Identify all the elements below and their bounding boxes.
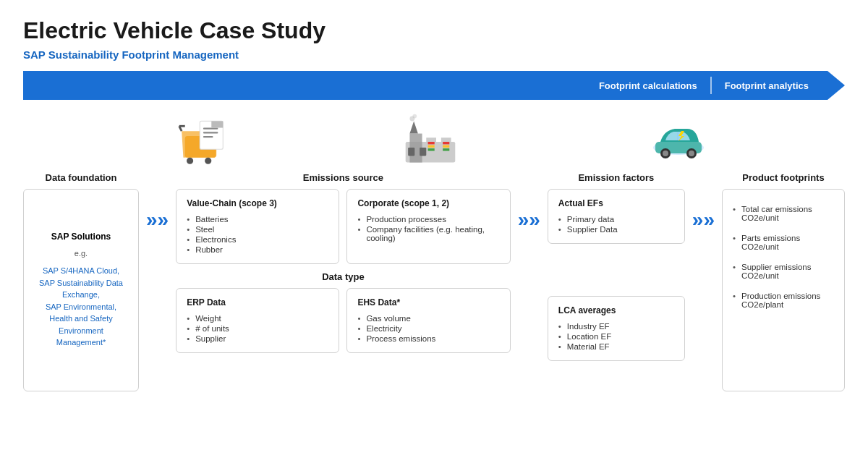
ehs-card: EHS Data* Gas volume Electricity Process… bbox=[346, 288, 510, 353]
list-item: Steel bbox=[187, 224, 328, 234]
list-item: Location EF bbox=[558, 331, 674, 342]
svg-rect-22 bbox=[443, 145, 449, 147]
svg-rect-17 bbox=[420, 148, 426, 156]
banner-label-2: Footprint analytics bbox=[725, 80, 809, 91]
list-item: # of units bbox=[187, 323, 328, 334]
banner-label-1: Footprint calculations bbox=[599, 80, 697, 91]
corporate-title: Corporate (scope 1, 2) bbox=[357, 198, 499, 208]
list-item: Supplier bbox=[187, 334, 328, 344]
section-emissions-source: Emissions source Value-Chain (scope 3) B… bbox=[176, 172, 511, 353]
svg-rect-20 bbox=[428, 148, 435, 150]
svg-rect-19 bbox=[428, 145, 435, 147]
main-content: Data foundation SAP Solutions e.g. SAP S… bbox=[23, 172, 845, 391]
chevron-double-icon-3: »» bbox=[692, 208, 715, 232]
data-foundation-header: Data foundation bbox=[23, 172, 139, 183]
value-chain-list: Batteries Steel Electronics Rubber bbox=[187, 214, 328, 255]
svg-rect-8 bbox=[203, 132, 218, 133]
svg-point-25 bbox=[412, 114, 417, 119]
list-item: Primary data bbox=[558, 214, 674, 224]
banner: Footprint calculations Footprint analyti… bbox=[23, 71, 845, 100]
svg-point-30 bbox=[663, 150, 668, 156]
svg-point-2 bbox=[187, 158, 193, 164]
svg-point-3 bbox=[205, 158, 211, 164]
product-footprints-list: Total car emissions CO2e/unit Parts emis… bbox=[733, 198, 834, 310]
svg-rect-21 bbox=[443, 142, 449, 144]
icons-row bbox=[23, 114, 845, 165]
product-footprints-card: Total car emissions CO2e/unit Parts emis… bbox=[722, 189, 845, 391]
svg-rect-18 bbox=[428, 142, 435, 144]
svg-rect-16 bbox=[408, 148, 414, 156]
svg-rect-7 bbox=[203, 127, 218, 129]
svg-marker-10 bbox=[211, 121, 223, 127]
page-title: Electric Vehicle Case Study bbox=[23, 17, 845, 44]
corporate-list: Production processes Company facilities … bbox=[357, 214, 499, 243]
svg-point-32 bbox=[689, 150, 694, 156]
data-type-header: Data type bbox=[176, 271, 511, 282]
corporate-card: Corporate (scope 1, 2) Production proces… bbox=[346, 189, 510, 264]
chevron-double-icon-2: »» bbox=[518, 208, 540, 232]
erp-title: ERP Data bbox=[187, 297, 328, 308]
section-emission-factors: Emission factors Actual EFs Primary data… bbox=[548, 172, 685, 368]
emission-factors-header: Emission factors bbox=[548, 172, 685, 183]
emissions-source-header: Emissions source bbox=[176, 172, 511, 183]
banner-separator bbox=[710, 77, 712, 94]
sap-links: SAP S/4HANA Cloud, SAP Sustainability Da… bbox=[34, 265, 128, 349]
value-chain-card: Value-Chain (scope 3) Batteries Steel El… bbox=[176, 189, 339, 264]
lca-list: Industry EF Location EF Material EF bbox=[558, 321, 674, 352]
arrow-3: »» bbox=[692, 172, 715, 232]
svg-rect-9 bbox=[203, 136, 213, 137]
arrow-1: »» bbox=[146, 172, 169, 232]
lca-averages-card: LCA averages Industry EF Location EF Mat… bbox=[548, 296, 685, 361]
list-item: Gas volume bbox=[357, 313, 499, 323]
section-product-footprints: Product footprints Total car emissions C… bbox=[722, 172, 845, 391]
erp-card: ERP Data Weight # of units Supplier bbox=[176, 288, 339, 353]
sap-solutions-title: SAP Solutions bbox=[51, 232, 111, 242]
list-item: Electricity bbox=[357, 323, 499, 334]
list-item: Company facilities (e.g. heating, coolin… bbox=[357, 224, 499, 243]
list-item: Industry EF bbox=[558, 321, 674, 331]
product-footprints-header: Product footprints bbox=[722, 172, 845, 183]
data-type-cards: ERP Data Weight # of units Supplier EHS … bbox=[176, 288, 511, 353]
section-data-foundation: Data foundation SAP Solutions e.g. SAP S… bbox=[23, 172, 139, 391]
list-item: Parts emissions CO2e/unit bbox=[733, 233, 834, 252]
arrow-2: »» bbox=[518, 172, 540, 232]
ehs-list: Gas volume Electricity Process emissions bbox=[357, 313, 499, 344]
car-icon bbox=[650, 114, 707, 165]
data-foundation-card: SAP Solutions e.g. SAP S/4HANA Cloud, SA… bbox=[23, 189, 139, 391]
value-chain-title: Value-Chain (scope 3) bbox=[187, 198, 328, 208]
subtitle: SAP Sustainability Footprint Management bbox=[23, 48, 845, 61]
ehs-title: EHS Data* bbox=[357, 297, 499, 308]
list-item: Weight bbox=[187, 313, 328, 323]
list-item: Electronics bbox=[187, 234, 328, 245]
sap-eg-label: e.g. bbox=[75, 249, 88, 258]
list-item: Material EF bbox=[558, 342, 674, 352]
list-item: Supplier emissions CO2e/unit bbox=[733, 262, 834, 281]
erp-list: Weight # of units Supplier bbox=[187, 313, 328, 344]
list-item: Production processes bbox=[357, 214, 499, 224]
svg-rect-23 bbox=[443, 148, 449, 150]
cart-icon bbox=[175, 114, 233, 165]
actual-efs-card: Actual EFs Primary data Supplier Data bbox=[548, 189, 685, 244]
factory-icon bbox=[401, 114, 459, 165]
chevron-double-icon-1: »» bbox=[146, 208, 169, 232]
list-item: Process emissions bbox=[357, 334, 499, 344]
lca-title: LCA averages bbox=[558, 305, 674, 315]
list-item: Production emissions CO2e/plant bbox=[733, 291, 834, 310]
list-item: Supplier Data bbox=[558, 224, 674, 234]
actual-efs-title: Actual EFs bbox=[558, 198, 674, 208]
svg-marker-13 bbox=[409, 121, 417, 133]
actual-efs-list: Primary data Supplier Data bbox=[558, 214, 674, 234]
list-item: Batteries bbox=[187, 214, 328, 224]
list-item: Total car emissions CO2e/unit bbox=[733, 204, 834, 223]
list-item: Rubber bbox=[187, 245, 328, 255]
emissions-top-cards: Value-Chain (scope 3) Batteries Steel El… bbox=[176, 189, 511, 264]
